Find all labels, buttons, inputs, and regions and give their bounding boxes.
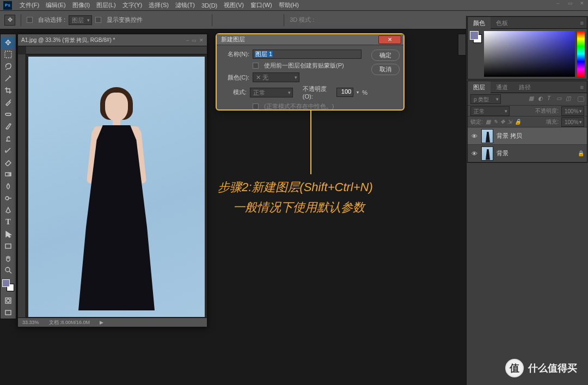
blend-mode-dropdown[interactable]: 正常: [250, 88, 293, 97]
eyedropper-tool[interactable]: [1, 96, 15, 108]
win-min-icon[interactable]: –: [552, 0, 564, 7]
menu-type[interactable]: 文字(Y): [122, 1, 143, 9]
color-swatches[interactable]: [2, 279, 14, 291]
panel-menu-icon[interactable]: ≡: [577, 17, 587, 29]
history-brush-tool[interactable]: [1, 144, 15, 156]
menu-file[interactable]: 文件(F): [20, 1, 39, 9]
document-canvas[interactable]: [26, 54, 207, 317]
magic-wand-tool[interactable]: [1, 72, 15, 84]
dist-left-icon[interactable]: [249, 16, 258, 25]
doc-min-icon[interactable]: –: [186, 38, 189, 43]
layer-name[interactable]: 背景 拷贝: [497, 132, 522, 140]
zoom-tool[interactable]: [1, 264, 15, 276]
brush-tool[interactable]: [1, 120, 15, 132]
move-tool-icon[interactable]: ✥: [4, 15, 15, 26]
layer-color-dropdown[interactable]: ✕ 无: [253, 72, 299, 82]
layers-menu-icon[interactable]: ≡: [577, 81, 587, 93]
auto-select-target-dropdown[interactable]: 图层: [69, 15, 92, 25]
layer-name[interactable]: 背景: [497, 149, 509, 157]
dialog-close-button[interactable]: ✕: [378, 35, 401, 44]
align-left-icon[interactable]: [177, 16, 186, 25]
pen-tool[interactable]: [1, 204, 15, 216]
dodge-tool[interactable]: [1, 192, 15, 204]
menu-image[interactable]: 图像(I): [72, 1, 90, 9]
opacity-input[interactable]: 100: [336, 88, 353, 97]
menu-filter[interactable]: 滤镜(T): [175, 1, 195, 9]
tab-color[interactable]: 颜色: [468, 17, 491, 29]
marquee-tool[interactable]: [1, 48, 15, 60]
eraser-tool[interactable]: [1, 156, 15, 168]
dist-right-icon[interactable]: [270, 16, 278, 25]
menu-view[interactable]: 视图(V): [224, 1, 244, 9]
hand-tool[interactable]: [1, 252, 15, 264]
menu-select[interactable]: 选择(S): [149, 1, 169, 9]
path-select-tool[interactable]: [1, 228, 15, 240]
dist-vcenter-icon[interactable]: [228, 16, 237, 25]
tab-swatches[interactable]: 色板: [491, 17, 513, 29]
lock-all-icon[interactable]: 🔒: [514, 119, 521, 125]
lock-paint-icon[interactable]: ✎: [493, 119, 498, 125]
screenmode-tool[interactable]: [1, 307, 15, 319]
win-restore-icon[interactable]: ▭: [564, 0, 576, 7]
ok-button[interactable]: 确定: [371, 50, 400, 61]
panel-collapse-strip[interactable]: [458, 34, 465, 56]
visibility-toggle-icon[interactable]: 👁: [470, 133, 478, 139]
filter-toggle[interactable]: [578, 96, 584, 102]
show-transform-checkbox[interactable]: [95, 17, 101, 23]
color-field[interactable]: [484, 31, 575, 77]
tab-layers[interactable]: 图层: [468, 81, 491, 93]
clone-stamp-tool[interactable]: [1, 132, 15, 144]
lock-nest-icon[interactable]: ⇲: [507, 119, 512, 125]
win-close-icon[interactable]: ✕: [576, 0, 588, 7]
3d-zoom-icon[interactable]: [359, 16, 367, 25]
tab-paths[interactable]: 路径: [513, 81, 536, 93]
clip-mask-checkbox[interactable]: [253, 63, 259, 69]
doc-max-icon[interactable]: ▭: [192, 38, 197, 43]
align-vcenter-icon[interactable]: [156, 16, 165, 25]
menu-window[interactable]: 窗口(W): [250, 1, 272, 9]
layer-thumb[interactable]: [481, 129, 493, 143]
lock-pos-icon[interactable]: ✥: [500, 119, 505, 125]
align-top-icon[interactable]: [146, 16, 155, 25]
layer-item[interactable]: 👁 背景 🔒: [468, 145, 587, 162]
menu-help[interactable]: 帮助(H): [279, 1, 299, 9]
cancel-button[interactable]: 取消: [371, 64, 400, 75]
filter-pixel-icon[interactable]: ▦: [529, 95, 536, 103]
tab-channels[interactable]: 通道: [491, 81, 513, 93]
3d-pan-icon[interactable]: [338, 16, 347, 25]
blur-tool[interactable]: [1, 180, 15, 192]
layer-item[interactable]: 👁 背景 拷贝: [468, 127, 587, 145]
lasso-tool[interactable]: [1, 60, 15, 72]
shape-tool[interactable]: [1, 240, 15, 252]
layer-thumb[interactable]: [481, 146, 493, 161]
layer-opacity-input[interactable]: 100%: [561, 106, 584, 116]
3d-slide-icon[interactable]: [348, 16, 357, 25]
crop-tool[interactable]: [1, 84, 15, 96]
menu-layer[interactable]: 图层(L): [96, 1, 115, 9]
3d-orbit-icon[interactable]: [317, 16, 326, 25]
dist-top-icon[interactable]: [218, 16, 226, 25]
doc-info-arrow-icon[interactable]: ▶: [100, 320, 103, 325]
panel-swatch[interactable]: [470, 31, 482, 43]
zoom-level[interactable]: 33.33%: [22, 320, 39, 325]
filter-shape-icon[interactable]: ▭: [556, 95, 564, 103]
dist-bottom-icon[interactable]: [238, 16, 247, 25]
menu-3d[interactable]: 3D(D): [201, 2, 217, 9]
type-tool[interactable]: T: [1, 216, 15, 228]
move-tool[interactable]: ✥: [1, 36, 15, 48]
align-hcenter-icon[interactable]: [187, 16, 196, 25]
menu-edit[interactable]: 编辑(E): [46, 1, 66, 9]
visibility-toggle-icon[interactable]: 👁: [470, 150, 478, 157]
3d-roll-icon[interactable]: [328, 16, 336, 25]
hue-slider[interactable]: [577, 31, 585, 77]
layer-filter-dropdown[interactable]: ρ 类型: [470, 94, 501, 104]
doc-close-icon[interactable]: ✕: [199, 38, 204, 43]
gradient-tool[interactable]: [1, 168, 15, 180]
align-right-icon[interactable]: [198, 16, 206, 25]
filter-adjust-icon[interactable]: ◐: [538, 95, 546, 103]
layer-name-input[interactable]: 图层 1: [253, 50, 362, 59]
quickmask-tool[interactable]: [1, 295, 15, 307]
lock-trans-icon[interactable]: ▦: [486, 119, 491, 125]
filter-smart-icon[interactable]: ◫: [566, 95, 573, 103]
auto-select-checkbox[interactable]: [27, 17, 33, 23]
